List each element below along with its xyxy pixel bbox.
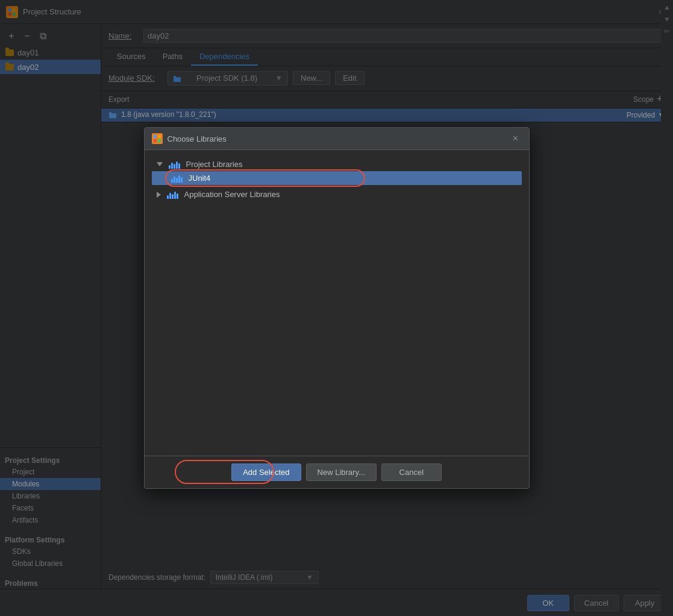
svg-rect-8 <box>154 135 157 138</box>
dialog-title: Choose Libraries <box>167 134 505 143</box>
library-icon-server <box>167 190 178 199</box>
svg-rect-9 <box>158 135 161 138</box>
new-library-button[interactable]: New Library... <box>306 464 377 481</box>
library-icon <box>169 160 180 169</box>
dialog-cancel-button[interactable]: Cancel <box>381 464 442 481</box>
junit4-row[interactable]: JUnit4 <box>152 171 522 185</box>
app-server-libraries-row[interactable]: Application Server Libraries <box>152 187 522 201</box>
dialog-content: Project Libraries JUnit4 <box>145 150 529 456</box>
project-libraries-section: Project Libraries JUnit4 <box>152 157 522 185</box>
collapse-icon <box>157 192 161 198</box>
expand-icon <box>157 162 163 166</box>
dialog-overlay: Choose Libraries × Project Libraries <box>0 0 673 616</box>
choose-libraries-dialog: Choose Libraries × Project Libraries <box>144 127 530 489</box>
dialog-icon <box>152 133 163 144</box>
add-selected-button[interactable]: Add Selected <box>231 464 301 481</box>
svg-rect-10 <box>154 139 157 142</box>
dialog-title-bar: Choose Libraries × <box>145 128 529 150</box>
app-server-libraries-section: Application Server Libraries <box>152 187 522 201</box>
svg-rect-11 <box>158 139 161 142</box>
dialog-close-button[interactable]: × <box>510 133 522 145</box>
library-icon-junit <box>171 174 183 183</box>
project-libraries-row[interactable]: Project Libraries <box>152 157 522 171</box>
app-server-libraries-label: Application Server Libraries <box>184 190 280 199</box>
project-libraries-label: Project Libraries <box>186 160 243 169</box>
dialog-footer: Add Selected New Library... Cancel <box>145 456 529 488</box>
junit4-label: JUnit4 <box>189 174 211 183</box>
junit4-container: JUnit4 <box>152 171 522 185</box>
